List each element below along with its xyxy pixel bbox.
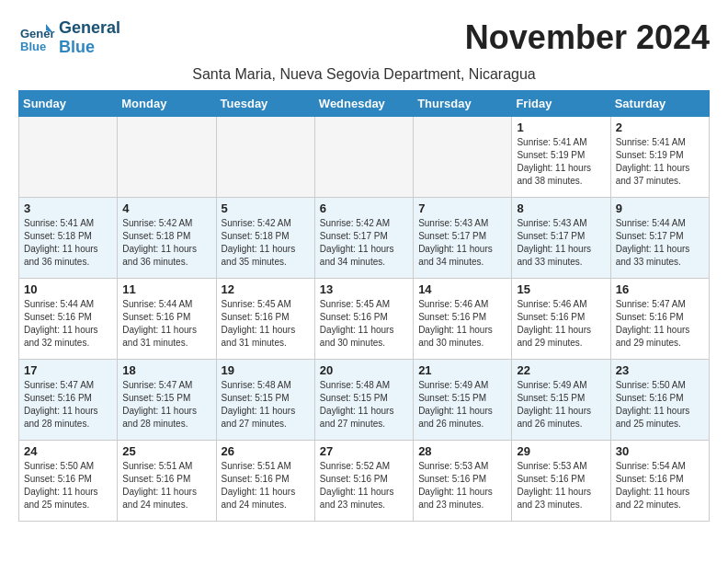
logo-line2: Blue <box>59 38 95 56</box>
day-number: 30 <box>616 444 704 458</box>
calendar-cell: 25Sunrise: 5:51 AM Sunset: 5:16 PM Dayli… <box>118 441 216 522</box>
day-number: 27 <box>320 444 408 458</box>
calendar-cell: 28Sunrise: 5:53 AM Sunset: 5:16 PM Dayli… <box>414 441 512 522</box>
day-info: Sunrise: 5:54 AM Sunset: 5:16 PM Dayligh… <box>616 460 704 511</box>
calendar-cell: 29Sunrise: 5:53 AM Sunset: 5:16 PM Dayli… <box>512 441 610 522</box>
month-title: November 2024 <box>465 18 710 57</box>
header-monday: Monday <box>118 91 216 117</box>
calendar-cell <box>216 117 314 198</box>
calendar-cell: 12Sunrise: 5:45 AM Sunset: 5:16 PM Dayli… <box>216 279 314 360</box>
location-title: Santa Maria, Nueva Segovia Department, N… <box>18 66 710 83</box>
calendar-cell: 19Sunrise: 5:48 AM Sunset: 5:15 PM Dayli… <box>216 360 314 441</box>
calendar-cell: 1Sunrise: 5:41 AM Sunset: 5:19 PM Daylig… <box>512 117 610 198</box>
day-number: 3 <box>24 201 112 215</box>
day-number: 28 <box>418 444 506 458</box>
calendar-cell: 23Sunrise: 5:50 AM Sunset: 5:16 PM Dayli… <box>610 360 709 441</box>
calendar-cell: 26Sunrise: 5:51 AM Sunset: 5:16 PM Dayli… <box>216 441 314 522</box>
day-info: Sunrise: 5:49 AM Sunset: 5:15 PM Dayligh… <box>418 379 506 431</box>
calendar-week-5: 24Sunrise: 5:50 AM Sunset: 5:16 PM Dayli… <box>19 441 710 522</box>
header-saturday: Saturday <box>610 91 709 117</box>
day-number: 12 <box>222 282 310 296</box>
day-info: Sunrise: 5:47 AM Sunset: 5:16 PM Dayligh… <box>24 379 112 431</box>
day-info: Sunrise: 5:41 AM Sunset: 5:19 PM Dayligh… <box>517 136 605 188</box>
day-number: 22 <box>517 363 605 377</box>
calendar-cell: 7Sunrise: 5:43 AM Sunset: 5:17 PM Daylig… <box>414 198 512 279</box>
day-number: 1 <box>517 121 605 134</box>
calendar-cell <box>118 117 216 198</box>
svg-text:Blue: Blue <box>20 40 46 53</box>
calendar-cell: 24Sunrise: 5:50 AM Sunset: 5:16 PM Dayli… <box>19 441 118 522</box>
day-number: 20 <box>320 363 408 377</box>
day-info: Sunrise: 5:41 AM Sunset: 5:19 PM Dayligh… <box>616 136 704 188</box>
page-header: General Blue General Blue November 2024 <box>18 18 710 57</box>
svg-text:General: General <box>20 27 55 40</box>
header-wednesday: Wednesday <box>314 91 413 117</box>
day-number: 18 <box>122 363 210 377</box>
calendar-cell: 4Sunrise: 5:42 AM Sunset: 5:18 PM Daylig… <box>118 198 216 279</box>
day-number: 23 <box>616 363 704 377</box>
logo-icon: General Blue <box>18 19 55 56</box>
calendar-cell: 30Sunrise: 5:54 AM Sunset: 5:16 PM Dayli… <box>610 441 709 522</box>
header-tuesday: Tuesday <box>216 91 314 117</box>
calendar-cell: 5Sunrise: 5:42 AM Sunset: 5:18 PM Daylig… <box>216 198 314 279</box>
day-number: 2 <box>616 121 704 134</box>
calendar-cell: 13Sunrise: 5:45 AM Sunset: 5:16 PM Dayli… <box>314 279 413 360</box>
day-info: Sunrise: 5:52 AM Sunset: 5:16 PM Dayligh… <box>320 460 408 511</box>
day-number: 5 <box>222 201 310 215</box>
calendar-cell: 18Sunrise: 5:47 AM Sunset: 5:15 PM Dayli… <box>118 360 216 441</box>
calendar-week-2: 3Sunrise: 5:41 AM Sunset: 5:18 PM Daylig… <box>19 198 710 279</box>
day-info: Sunrise: 5:45 AM Sunset: 5:16 PM Dayligh… <box>222 298 310 350</box>
day-info: Sunrise: 5:43 AM Sunset: 5:17 PM Dayligh… <box>418 217 506 269</box>
day-number: 21 <box>418 363 506 377</box>
day-info: Sunrise: 5:53 AM Sunset: 5:16 PM Dayligh… <box>517 460 605 511</box>
calendar-table: SundayMondayTuesdayWednesdayThursdayFrid… <box>18 90 710 522</box>
header-friday: Friday <box>512 91 610 117</box>
calendar-cell: 21Sunrise: 5:49 AM Sunset: 5:15 PM Dayli… <box>414 360 512 441</box>
day-info: Sunrise: 5:44 AM Sunset: 5:17 PM Dayligh… <box>616 217 704 269</box>
day-number: 9 <box>616 201 704 215</box>
calendar-cell: 22Sunrise: 5:49 AM Sunset: 5:15 PM Dayli… <box>512 360 610 441</box>
calendar-cell: 2Sunrise: 5:41 AM Sunset: 5:19 PM Daylig… <box>610 117 709 198</box>
calendar-week-3: 10Sunrise: 5:44 AM Sunset: 5:16 PM Dayli… <box>19 279 710 360</box>
day-number: 10 <box>24 282 112 296</box>
calendar-cell: 27Sunrise: 5:52 AM Sunset: 5:16 PM Dayli… <box>314 441 413 522</box>
day-info: Sunrise: 5:50 AM Sunset: 5:16 PM Dayligh… <box>616 379 704 431</box>
day-info: Sunrise: 5:43 AM Sunset: 5:17 PM Dayligh… <box>517 217 605 269</box>
day-number: 8 <box>517 201 605 215</box>
day-info: Sunrise: 5:53 AM Sunset: 5:16 PM Dayligh… <box>418 460 506 511</box>
calendar-header-row: SundayMondayTuesdayWednesdayThursdayFrid… <box>19 91 710 117</box>
calendar-cell: 20Sunrise: 5:48 AM Sunset: 5:15 PM Dayli… <box>314 360 413 441</box>
day-number: 19 <box>222 363 310 377</box>
day-info: Sunrise: 5:42 AM Sunset: 5:17 PM Dayligh… <box>320 217 408 269</box>
day-info: Sunrise: 5:48 AM Sunset: 5:15 PM Dayligh… <box>222 379 310 431</box>
calendar-cell <box>314 117 413 198</box>
day-number: 16 <box>616 282 704 296</box>
calendar-week-1: 1Sunrise: 5:41 AM Sunset: 5:19 PM Daylig… <box>19 117 710 198</box>
day-info: Sunrise: 5:42 AM Sunset: 5:18 PM Dayligh… <box>222 217 310 269</box>
day-info: Sunrise: 5:42 AM Sunset: 5:18 PM Dayligh… <box>122 217 210 269</box>
calendar-cell: 10Sunrise: 5:44 AM Sunset: 5:16 PM Dayli… <box>19 279 118 360</box>
day-number: 14 <box>418 282 506 296</box>
day-info: Sunrise: 5:51 AM Sunset: 5:16 PM Dayligh… <box>222 460 310 511</box>
header-thursday: Thursday <box>414 91 512 117</box>
header-sunday: Sunday <box>19 91 118 117</box>
day-info: Sunrise: 5:44 AM Sunset: 5:16 PM Dayligh… <box>122 298 210 350</box>
calendar-cell: 9Sunrise: 5:44 AM Sunset: 5:17 PM Daylig… <box>610 198 709 279</box>
day-number: 29 <box>517 444 605 458</box>
day-info: Sunrise: 5:41 AM Sunset: 5:18 PM Dayligh… <box>24 217 112 269</box>
day-number: 15 <box>517 282 605 296</box>
calendar-cell: 15Sunrise: 5:46 AM Sunset: 5:16 PM Dayli… <box>512 279 610 360</box>
day-number: 6 <box>320 201 408 215</box>
day-number: 26 <box>222 444 310 458</box>
logo: General Blue General Blue <box>18 18 120 57</box>
calendar-cell: 16Sunrise: 5:47 AM Sunset: 5:16 PM Dayli… <box>610 279 709 360</box>
logo-text: General Blue <box>59 18 120 57</box>
day-info: Sunrise: 5:47 AM Sunset: 5:15 PM Dayligh… <box>122 379 210 431</box>
calendar-cell <box>19 117 118 198</box>
calendar-cell: 3Sunrise: 5:41 AM Sunset: 5:18 PM Daylig… <box>19 198 118 279</box>
day-info: Sunrise: 5:50 AM Sunset: 5:16 PM Dayligh… <box>24 460 112 511</box>
day-number: 11 <box>122 282 210 296</box>
day-info: Sunrise: 5:48 AM Sunset: 5:15 PM Dayligh… <box>320 379 408 431</box>
logo-line1: General <box>59 18 120 37</box>
calendar-cell <box>414 117 512 198</box>
